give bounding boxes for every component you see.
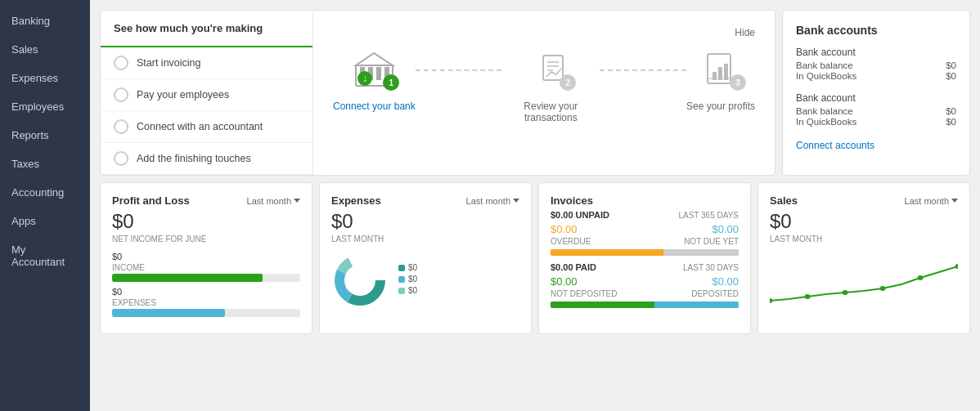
step-icon-employees bbox=[114, 87, 128, 102]
quickbooks-label-1: In QuickBooks bbox=[796, 71, 856, 81]
svg-point-22 bbox=[805, 294, 811, 299]
sidebar-item-expenses[interactable]: Expenses bbox=[0, 64, 90, 92]
bank-account-1-name: Bank account bbox=[796, 47, 956, 58]
not-deposited-bar bbox=[551, 302, 654, 308]
svg-marker-1 bbox=[356, 53, 393, 65]
bank-account-2-name: Bank account bbox=[796, 92, 956, 104]
overdue-bar bbox=[551, 249, 663, 256]
expenses-card: Expenses Last month $0 LAST MONTH bbox=[319, 182, 532, 334]
overdue-label: OVERDUE bbox=[551, 237, 591, 246]
invoices-unpaid-section: $0.00 UNPAID LAST 365 DAYS $0.00 $0.00 O… bbox=[551, 210, 739, 256]
setup-steps-panel: See how much you're making Start invoici… bbox=[101, 11, 313, 175]
profit-loss-period[interactable]: Last month bbox=[247, 196, 300, 206]
step-connect-accountant[interactable]: Connect with an accountant bbox=[101, 111, 312, 143]
step-connector-1 bbox=[416, 69, 502, 71]
profits-icon: 3 bbox=[692, 45, 749, 94]
visual-step-review[interactable]: 2 Review your transactions bbox=[501, 45, 600, 123]
expenses-bar bbox=[112, 309, 225, 317]
svg-point-26 bbox=[955, 264, 958, 269]
bank-account-1: Bank account Bank balance $0 In QuickBoo… bbox=[796, 47, 956, 81]
setup-visual: Hide bbox=[313, 11, 775, 175]
svg-point-21 bbox=[770, 298, 772, 303]
sidebar-item-banking[interactable]: Banking bbox=[0, 7, 90, 35]
svg-point-23 bbox=[843, 290, 848, 295]
income-amount: $0 bbox=[112, 252, 122, 261]
paid-label: $0.00 PAID bbox=[551, 262, 596, 272]
sidebar-item-employees[interactable]: Employees bbox=[0, 92, 90, 121]
expenses-label: EXPENSES bbox=[112, 298, 300, 307]
profit-loss-card: Profit and Loss Last month $0 NET INCOME… bbox=[100, 182, 312, 334]
quickbooks-value-2: $0 bbox=[946, 117, 956, 127]
bank-panel-title: Bank accounts bbox=[796, 24, 956, 37]
not-due-amount: $0.00 bbox=[712, 223, 739, 235]
bank-accounts-panel: Bank accounts Bank account Bank balance … bbox=[782, 10, 970, 176]
svg-point-25 bbox=[918, 275, 924, 280]
legend-item-3: $0 bbox=[408, 286, 417, 295]
quickbooks-value-1: $0 bbox=[946, 71, 956, 81]
sales-subtitle: LAST MONTH bbox=[770, 235, 958, 243]
invoices-paid-section: $0.00 PAID LAST 30 DAYS $0.00 $0.00 NOT … bbox=[551, 262, 739, 308]
income-label: INCOME bbox=[112, 263, 300, 272]
sidebar-item-accountant[interactable]: My Accountant bbox=[0, 235, 90, 276]
sidebar-item-reports[interactable]: Reports bbox=[0, 121, 90, 150]
visual-step-profits[interactable]: 3 See your profits bbox=[686, 45, 755, 112]
deposited-bar bbox=[654, 302, 739, 308]
profit-loss-chevron bbox=[294, 199, 300, 203]
expenses-amount: $0 bbox=[112, 287, 122, 297]
expenses-chevron bbox=[513, 199, 519, 203]
setup-header: See how much you're making bbox=[101, 11, 312, 47]
sidebar-item-accounting[interactable]: Accounting bbox=[0, 178, 90, 207]
income-bar-row: $0 INCOME bbox=[112, 252, 300, 282]
donut-legend: $0 $0 $0 bbox=[398, 263, 417, 297]
balance-label-2: Bank balance bbox=[796, 106, 853, 116]
visual-steps: ↓ 1 Connect your bank bbox=[333, 45, 755, 159]
dashboard-cards: Profit and Loss Last month $0 NET INCOME… bbox=[100, 182, 970, 334]
legend-item-1: $0 bbox=[408, 263, 417, 272]
invoices-title: Invoices bbox=[551, 194, 593, 207]
balance-label-1: Bank balance bbox=[796, 60, 853, 70]
profits-label: See your profits bbox=[686, 101, 755, 112]
legend-item-2: $0 bbox=[408, 275, 417, 284]
sidebar-item-apps[interactable]: Apps bbox=[0, 207, 90, 235]
step-finishing-touches[interactable]: Add the finishing touches bbox=[101, 143, 312, 175]
expenses-bar-row: $0 EXPENSES bbox=[112, 287, 300, 317]
hide-button[interactable]: Hide bbox=[735, 27, 755, 38]
balance-value-2: $0 bbox=[946, 106, 956, 116]
step-pay-employees[interactable]: Pay your employees bbox=[101, 79, 312, 111]
step-icon-invoicing bbox=[114, 56, 128, 70]
paid-period: LAST 30 DAYS bbox=[683, 263, 739, 272]
not-deposited-label: NOT DEPOSITED bbox=[551, 289, 618, 298]
svg-point-20 bbox=[349, 270, 371, 291]
sidebar-item-taxes[interactable]: Taxes bbox=[0, 150, 90, 178]
svg-rect-4 bbox=[376, 67, 381, 80]
connect-accounts-link[interactable]: Connect accounts bbox=[796, 140, 956, 151]
donut-chart bbox=[331, 252, 389, 309]
deposited-amount: $0.00 bbox=[712, 275, 739, 288]
step-icon-accountant bbox=[114, 119, 128, 134]
overdue-amount: $0.00 bbox=[551, 223, 578, 235]
unpaid-label: $0.00 UNPAID bbox=[551, 210, 609, 220]
expenses-period[interactable]: Last month bbox=[466, 196, 519, 206]
period-label: LAST 365 DAYS bbox=[678, 211, 739, 220]
connect-bank-icon: ↓ 1 bbox=[345, 45, 402, 94]
income-bar bbox=[112, 274, 263, 282]
balance-value-1: $0 bbox=[946, 60, 956, 70]
step-start-invoicing[interactable]: Start invoicing bbox=[101, 47, 312, 79]
step1-badge: 1 bbox=[383, 74, 399, 91]
quickbooks-label-2: In QuickBooks bbox=[796, 117, 856, 127]
sidebar-item-sales[interactable]: Sales bbox=[0, 35, 90, 64]
not-due-label: NOT DUE YET bbox=[684, 237, 739, 246]
visual-step-connect-bank[interactable]: ↓ 1 Connect your bank bbox=[333, 45, 416, 112]
profit-loss-title: Profit and Loss bbox=[112, 194, 190, 207]
sales-period[interactable]: Last month bbox=[905, 196, 958, 206]
connect-bank-label[interactable]: Connect your bank bbox=[333, 101, 416, 112]
expenses-card-subtitle: LAST MONTH bbox=[331, 235, 519, 243]
sales-line-chart bbox=[770, 252, 958, 309]
not-due-bar bbox=[663, 249, 739, 256]
step-icon-finishing bbox=[114, 151, 128, 166]
review-label: Review your transactions bbox=[501, 101, 600, 123]
sales-amount: $0 bbox=[770, 210, 958, 233]
profit-loss-amount: $0 bbox=[112, 210, 300, 233]
sales-card: Sales Last month $0 LAST MONTH bbox=[757, 182, 970, 334]
expenses-card-amount: $0 bbox=[331, 210, 519, 233]
